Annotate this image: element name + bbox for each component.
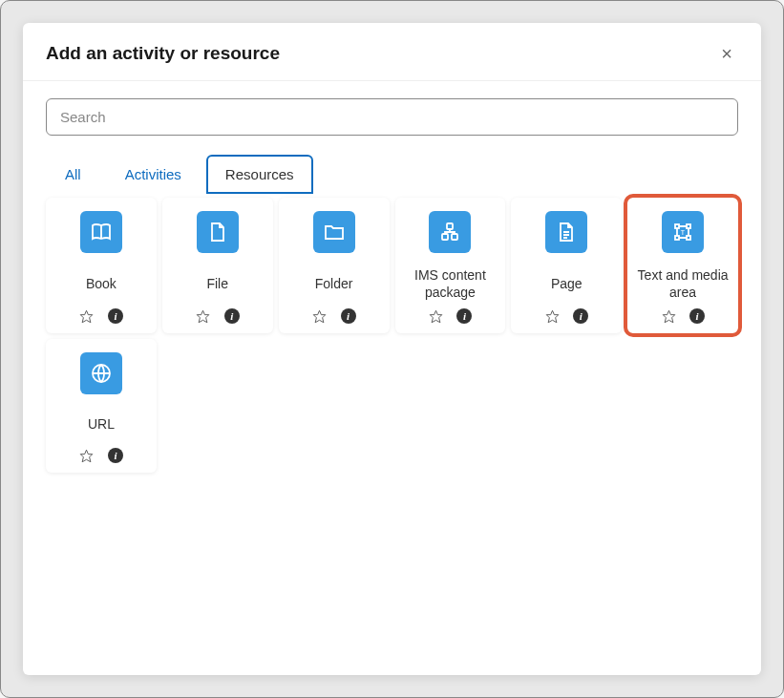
tab-resources[interactable]: Resources [206,155,313,194]
card-label: File [204,266,230,301]
svg-text:T: T [681,229,686,236]
resource-card-file[interactable]: File i [162,198,273,333]
svg-rect-11 [687,236,690,240]
folder-icon [313,211,355,253]
info-icon[interactable]: i [456,308,472,324]
card-actions: i [79,448,123,463]
modal-title: Add an activity or resource [46,43,280,64]
card-actions: i [312,308,356,324]
resource-card-ims[interactable]: IMS content package i [395,198,506,333]
resource-card-url[interactable]: URL i [46,339,157,473]
svg-marker-7 [546,310,559,323]
resource-grid: Book i File i Fold [46,198,738,473]
svg-rect-8 [675,224,679,228]
resource-card-book[interactable]: Book i [46,198,157,333]
resource-card-page[interactable]: Page i [511,198,622,333]
info-icon[interactable]: i [341,308,356,324]
resource-card-folder[interactable]: Folder i [279,198,390,333]
star-icon[interactable] [312,308,328,324]
package-icon [429,211,471,253]
tabs: All Activities Resources [46,155,738,194]
info-icon[interactable]: i [689,308,705,324]
card-label: Page [549,266,584,301]
activity-chooser-modal: Add an activity or resource × All Activi… [23,23,761,675]
book-icon [80,211,122,253]
star-icon[interactable] [428,308,443,324]
tab-all[interactable]: All [46,155,100,194]
card-label: Text and media area [633,266,732,301]
info-icon[interactable]: i [224,308,240,324]
modal-header: Add an activity or resource × [23,23,761,81]
info-icon[interactable]: i [108,308,123,324]
star-icon[interactable] [661,308,676,324]
info-icon[interactable]: i [108,448,123,463]
svg-marker-1 [197,310,209,323]
svg-marker-2 [313,310,326,323]
svg-rect-3 [447,223,453,229]
svg-marker-6 [430,310,442,323]
card-label: Book [84,266,118,301]
info-icon[interactable]: i [573,308,588,324]
card-actions: i [661,308,705,324]
svg-marker-15 [81,450,94,462]
card-label: IMS content package [401,266,500,301]
card-actions: i [196,308,240,324]
svg-rect-5 [452,234,457,240]
textmedia-icon: T [662,211,704,253]
svg-rect-9 [687,224,690,228]
card-actions: i [428,308,472,324]
search-input[interactable] [46,98,738,136]
star-icon[interactable] [79,448,95,463]
card-label: URL [86,408,117,440]
star-icon[interactable] [79,308,95,324]
modal-body: All Activities Resources Book i File [23,81,761,675]
card-label: Folder [313,266,355,301]
close-button[interactable]: × [715,42,738,65]
resource-card-textmedia[interactable]: T Text and media area i [627,198,738,333]
svg-marker-13 [663,310,675,323]
globe-icon [80,352,122,394]
page-icon [545,211,587,253]
file-icon [197,211,239,253]
tab-activities[interactable]: Activities [106,155,201,194]
card-actions: i [544,308,588,324]
star-icon[interactable] [196,308,211,324]
card-actions: i [79,308,123,324]
star-icon[interactable] [544,308,560,324]
svg-rect-4 [442,234,448,240]
svg-marker-0 [81,310,94,323]
svg-rect-10 [675,236,679,240]
